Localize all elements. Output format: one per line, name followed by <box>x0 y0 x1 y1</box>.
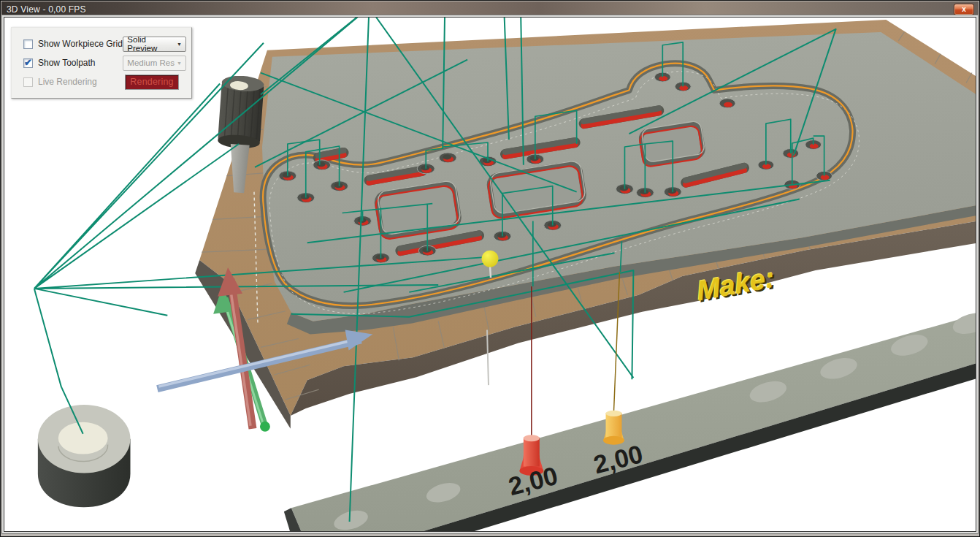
checkmark-icon: ✔ <box>24 57 32 68</box>
show-workpiece-grid-label: Show Workpiece Grid <box>38 39 123 49</box>
chevron-down-icon: ▼ <box>177 61 182 66</box>
close-icon[interactable]: x <box>954 4 974 15</box>
resolution-value: Medium Res <box>127 58 175 67</box>
live-rendering-checkbox[interactable]: ✔ <box>23 77 33 87</box>
rendering-status-button[interactable]: Rendering <box>125 75 179 90</box>
chevron-down-icon: ▼ <box>177 42 182 47</box>
3d-view-window: 3D View - 0,00 FPS x <box>0 0 980 537</box>
title-bar: 3D View - 0,00 FPS x <box>1 1 979 17</box>
show-workpiece-grid-checkbox[interactable]: ✔ <box>23 39 33 49</box>
show-toolpath-label: Show Toolpath <box>38 58 96 68</box>
live-rendering-label: Live Rendering <box>38 77 97 87</box>
window-title: 3D View - 0,00 FPS <box>1 4 86 15</box>
preview-mode-dropdown[interactable]: Solid Preview ▼ <box>123 37 186 52</box>
preview-mode-value: Solid Preview <box>127 35 177 53</box>
parked-tool-cylinder <box>38 405 131 507</box>
resolution-dropdown[interactable]: Medium Res ▼ <box>123 56 186 71</box>
view-options-panel: ✔ Show Workpiece Grid Solid Preview ▼ ✔ … <box>11 27 192 99</box>
show-toolpath-checkbox[interactable]: ✔ <box>23 58 33 68</box>
